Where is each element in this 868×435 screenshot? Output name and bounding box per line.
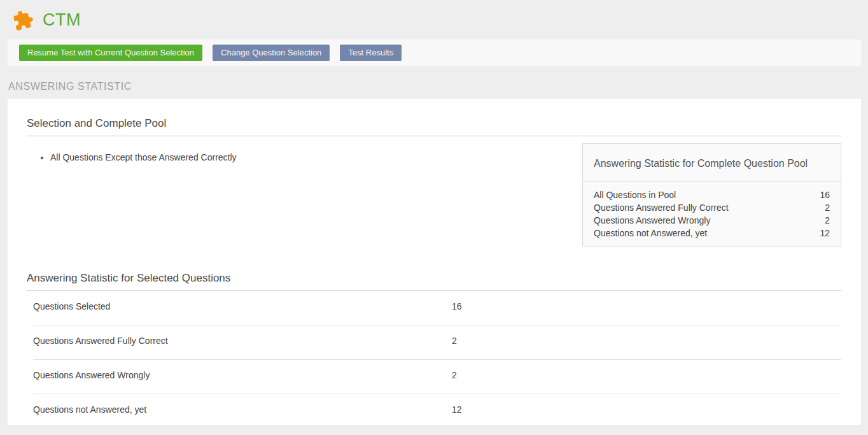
pool-statistic-box: Answering Statistic for Complete Questio… [582,143,841,246]
selected-stats-heading: Answering Statistic for Selected Questio… [27,272,841,291]
stat-row-label: Questions Answered Fully Correct [33,336,452,346]
stat-row-value: 16 [452,301,462,311]
stat-row-label: Questions Answered Wrongly [33,370,452,380]
pool-stat-value: 2 [825,201,830,214]
stat-row: Questions Answered Wrongly 2 [33,360,841,394]
pool-box-title: Answering Statistic for Complete Questio… [583,144,841,182]
stat-row-value: 12 [452,404,462,415]
pool-stat-label: All Questions in Pool [594,189,676,201]
stat-row-label: Questions Selected [33,301,452,311]
pool-stat-label: Questions Answered Fully Correct [594,201,729,214]
resume-test-button[interactable]: Resume Test with Current Question Select… [19,45,202,61]
stat-row: Questions Answered Fully Correct 2 [33,325,841,360]
pool-stat-label: Questions Answered Wrongly [594,214,710,227]
section-title: ANSWERING STATISTIC [8,81,868,92]
selection-list: All Questions Except those Answered Corr… [27,152,237,163]
stat-row-value: 2 [452,370,457,380]
app-title: CTM [43,10,81,30]
main-panel: Selection and Complete Pool All Question… [8,99,861,425]
test-results-button[interactable]: Test Results [340,45,402,61]
toolbar: Resume Test with Current Question Select… [8,39,861,66]
pool-stat-value: 16 [820,189,830,201]
pool-stat-row: Questions Answered Fully Correct 2 [594,201,830,214]
pool-stat-row: Questions not Answered, yet 12 [594,227,830,239]
app-header: CTM [0,0,868,39]
pool-stat-value: 2 [825,214,830,227]
pool-stat-row: Questions Answered Wrongly 2 [594,214,830,227]
pool-stat-row: All Questions in Pool 16 [594,189,830,201]
selection-pool-heading: Selection and Complete Pool [27,117,841,136]
pool-box-body: All Questions in Pool 16 Questions Answe… [583,182,841,246]
pool-stat-value: 12 [820,227,830,239]
stat-row-label: Questions not Answered, yet [33,404,452,415]
stat-row: Questions not Answered, yet 12 [33,394,841,428]
stat-row: Questions Selected 16 [33,291,841,325]
puzzle-icon [11,8,34,31]
pool-stat-label: Questions not Answered, yet [594,227,707,239]
selection-pool-row: All Questions Except those Answered Corr… [27,136,841,246]
stat-row-value: 2 [452,336,457,346]
selection-list-item: All Questions Except those Answered Corr… [50,152,237,163]
selected-stats-table: Questions Selected 16 Questions Answered… [33,291,841,428]
change-question-selection-button[interactable]: Change Question Selection [213,45,330,61]
